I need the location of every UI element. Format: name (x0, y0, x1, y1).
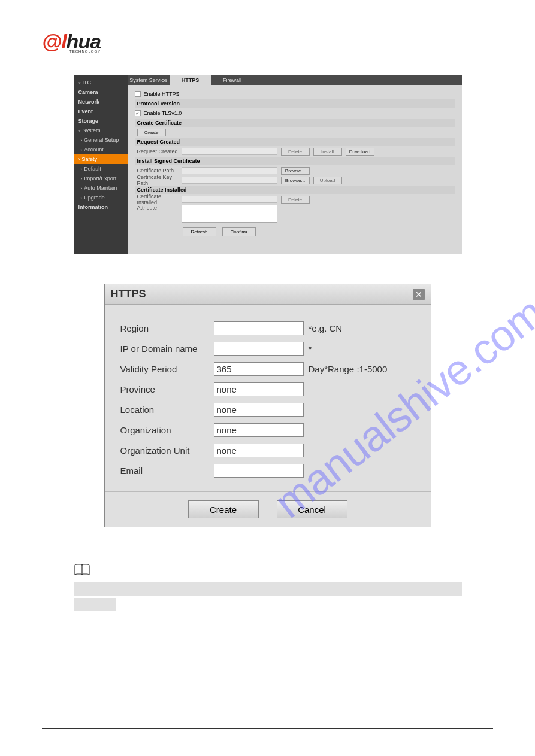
attribute-label: Attribute (135, 205, 182, 211)
sidebar-item-account[interactable]: Account (74, 145, 128, 154)
sidebar-item-import-export[interactable]: Import/Export (74, 174, 128, 183)
location-label: Location (120, 405, 214, 415)
cert-key-path-field[interactable] (182, 177, 277, 184)
sidebar-label: Default (84, 166, 101, 172)
dialog-header: HTTPS ✕ (105, 284, 431, 305)
sidebar-item-upgrade[interactable]: Upgrade (74, 193, 128, 202)
sidebar-label: System (83, 127, 101, 133)
dialog-cancel-button[interactable]: Cancel (277, 500, 347, 518)
validity-label: Validity Period (120, 364, 214, 374)
dialog-title: HTTPS (111, 288, 146, 300)
note-section (74, 563, 462, 611)
section-install-signed: Install Signed Certificate (135, 157, 455, 165)
refresh-button[interactable]: Refresh (183, 227, 216, 236)
sidebar-item-network[interactable]: Network (74, 97, 128, 107)
org-unit-input[interactable] (214, 444, 304, 457)
email-label: Email (120, 466, 214, 476)
request-created-field (182, 148, 277, 155)
divider-bottom (42, 728, 493, 729)
region-label: Region (120, 323, 214, 333)
divider-top (42, 57, 493, 57)
delete-request-button[interactable]: Delete (281, 148, 310, 156)
province-input[interactable] (214, 382, 304, 396)
main-panel: System Service HTTPS Firewall Enable HTT… (128, 75, 462, 254)
org-unit-label: Organization Unit (120, 445, 214, 456)
sidebar-label: Account (84, 147, 104, 153)
sidebar-item-information[interactable]: Information (74, 202, 128, 212)
ip-domain-hint: * (309, 344, 312, 354)
sidebar-label: Upgrade (84, 195, 105, 201)
note-book-icon (74, 563, 90, 580)
section-create-certificate: Create Certificate (135, 119, 455, 127)
https-dialog: HTTPS ✕ Region *e.g. CN IP or Domain nam… (104, 284, 431, 527)
attribute-textarea[interactable] (182, 205, 277, 223)
ip-domain-input[interactable] (214, 342, 304, 356)
validity-hint: Day*Range :1-5000 (309, 364, 388, 374)
sidebar-item-itc[interactable]: ITC (74, 78, 128, 87)
browse-key-button[interactable]: Browse... (281, 177, 310, 184)
tab-label: Firewall (223, 77, 241, 83)
tab-row: System Service HTTPS Firewall (128, 75, 462, 85)
cert-key-path-label: Certificate Key Path (135, 174, 182, 186)
download-request-button[interactable]: Download (346, 148, 374, 156)
delete-cert-button[interactable]: Delete (281, 196, 310, 204)
tab-label: HTTPS (182, 77, 200, 83)
sidebar-item-storage[interactable]: Storage (74, 116, 128, 126)
section-protocol-version: Protocol Version (135, 99, 455, 108)
sidebar-item-camera[interactable]: Camera (74, 87, 128, 97)
sidebar-item-system[interactable]: System (74, 126, 128, 135)
tab-https[interactable]: HTTPS (170, 75, 211, 85)
organization-label: Organization (120, 425, 214, 435)
cert-installed-field (182, 196, 277, 203)
validity-input[interactable] (214, 362, 304, 376)
sidebar: ITC Camera Network Event Storage System … (74, 75, 128, 254)
sidebar-label: Auto Maintain (84, 185, 117, 191)
sidebar-label: Information (78, 204, 108, 210)
settings-window: ITC Camera Network Event Storage System … (74, 75, 462, 254)
section-cert-installed: Certificate Installed (135, 186, 455, 194)
sidebar-item-general-setup[interactable]: General Setup (74, 135, 128, 145)
province-label: Province (120, 384, 214, 394)
enable-tls-label: Enable TLSv1.0 (144, 110, 182, 116)
close-icon[interactable]: ✕ (413, 289, 425, 300)
dialog-create-button[interactable]: Create (188, 500, 259, 518)
redacted-text-block (74, 582, 462, 596)
enable-tls-checkbox[interactable]: ✓ (135, 110, 141, 116)
organization-input[interactable] (214, 423, 304, 437)
location-input[interactable] (214, 403, 304, 417)
sidebar-label: Network (78, 99, 100, 105)
sidebar-item-auto-maintain[interactable]: Auto Maintain (74, 183, 128, 193)
sidebar-label: Import/Export (84, 175, 116, 181)
sidebar-label: General Setup (84, 137, 119, 143)
cert-path-label: Certificate Path (135, 168, 182, 174)
confirm-button[interactable]: Confirm (222, 227, 256, 236)
install-request-button[interactable]: Install (313, 148, 342, 156)
email-input[interactable] (214, 464, 304, 478)
enable-https-checkbox[interactable] (135, 91, 141, 97)
https-panel: Enable HTTPS Protocol Version ✓ Enable T… (128, 85, 462, 245)
cert-installed-label: Certificate Installed (135, 193, 182, 205)
redacted-text-block-short (74, 598, 116, 611)
sidebar-item-event[interactable]: Event (74, 107, 128, 116)
upload-button[interactable]: Upload (313, 177, 342, 184)
tab-system-service[interactable]: System Service (128, 75, 170, 85)
enable-https-label: Enable HTTPS (144, 91, 180, 97)
tab-label: System Service (129, 77, 167, 83)
dialog-footer: Create Cancel (105, 491, 431, 527)
dialog-body: Region *e.g. CN IP or Domain name * Vali… (105, 305, 431, 491)
ip-domain-label: IP or Domain name (120, 344, 214, 354)
browse-cert-button[interactable]: Browse... (281, 167, 310, 175)
tab-firewall[interactable]: Firewall (211, 75, 253, 85)
section-request-created: Request Created (135, 138, 455, 146)
brand-logo: @lhua TECHNOLOGY (42, 30, 101, 53)
request-created-label: Request Created (135, 148, 182, 154)
sidebar-label: Camera (78, 89, 98, 95)
create-button[interactable]: Create (137, 129, 166, 136)
sidebar-item-default[interactable]: Default (74, 164, 128, 174)
sidebar-item-safety[interactable]: Safety (74, 154, 128, 164)
cert-path-field[interactable] (182, 167, 277, 174)
region-hint: *e.g. CN (309, 323, 343, 333)
region-input[interactable] (214, 321, 304, 335)
sidebar-label: Safety (82, 156, 98, 162)
sidebar-label: Storage (78, 118, 99, 124)
